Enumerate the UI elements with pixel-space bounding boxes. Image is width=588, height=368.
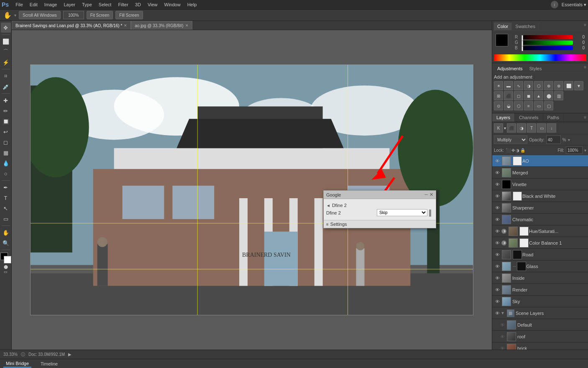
layer-item-default[interactable]: 👁 Default [492, 319, 588, 331]
menu-view[interactable]: View [144, 1, 161, 8]
layer-item-hue[interactable]: 👁 ◑ Hue/Saturati... [492, 225, 588, 237]
dodge-tool[interactable]: ○ [1, 169, 11, 179]
layer-vis-merged[interactable]: 👁 [494, 169, 501, 176]
adj-replace-icon[interactable]: ⬡ [514, 101, 523, 110]
tab-styles[interactable]: Styles [526, 65, 545, 72]
menu-image[interactable]: Image [41, 1, 61, 8]
color-panel-menu-icon[interactable]: ≡ [584, 23, 586, 30]
layer-vis-sharpener[interactable]: 👁 [494, 204, 501, 211]
quick-select-tool[interactable]: ⚡ [1, 57, 11, 67]
dfine-option-select[interactable]: Skip [377, 209, 427, 216]
layers-shape-filter[interactable]: ▭ [537, 123, 546, 133]
zoom-input[interactable] [63, 11, 84, 19]
adj-desaturate-icon[interactable]: ◒ [504, 101, 513, 110]
canvas-tab-ao[interactable]: ao.jpg @ 33.3% (RGB/8#) ✕ [131, 21, 192, 30]
layer-item-glass[interactable]: 👁 ··· Glass [492, 261, 588, 272]
menu-window[interactable]: Window [161, 1, 184, 8]
opacity-input[interactable] [546, 135, 561, 144]
adj-channelmixer-icon[interactable]: ⊞ [494, 91, 503, 100]
adj-panel-menu-icon[interactable]: ≡ [584, 65, 586, 72]
quick-mask-mode[interactable]: ⬤ [4, 265, 8, 269]
color-spectrum[interactable] [494, 54, 586, 61]
move-tool[interactable]: ✥ [1, 23, 11, 33]
layers-adjustment-filter[interactable]: ◑ [517, 123, 526, 133]
layers-kind-filter[interactable]: K [494, 123, 503, 133]
layers-type-filter[interactable]: T [527, 123, 536, 133]
layer-vis-vinette[interactable]: 👁 [494, 181, 501, 188]
adj-brightness-icon[interactable]: ☀ [494, 81, 503, 90]
history-brush-tool[interactable]: ↩ [1, 127, 11, 137]
layer-vis-brick[interactable]: 👁 [499, 345, 506, 350]
info-icon[interactable]: i [551, 1, 558, 8]
screen-mode[interactable]: ▭ [4, 270, 8, 274]
zoom-tool[interactable]: 🔍 [1, 238, 11, 248]
type-tool[interactable]: T [1, 193, 11, 203]
adj-vibrance-icon[interactable]: ⬡ [534, 81, 543, 90]
shape-tool[interactable]: ▭ [1, 214, 11, 224]
dfine-minimize-btn[interactable]: ─ [424, 192, 428, 197]
rectangle-select-tool[interactable]: ⬜ [1, 36, 11, 46]
layer-item-bw[interactable]: 👁 Black and White [492, 190, 588, 202]
layer-item-road[interactable]: 👁 Road [492, 249, 588, 261]
red-slider-track[interactable] [522, 35, 573, 39]
layers-pixel-filter[interactable]: ⬛ [507, 123, 516, 133]
background-color[interactable] [4, 256, 11, 263]
menu-type[interactable]: Type [79, 1, 95, 8]
menu-select[interactable]: Select [95, 1, 115, 8]
menu-layer[interactable]: Layer [60, 1, 79, 8]
adj-shadows-icon[interactable]: ⊙ [494, 101, 503, 110]
spot-healing-brush[interactable]: ✚ [1, 95, 11, 105]
tab-channels[interactable]: Channels [515, 113, 543, 122]
layer-vis-render[interactable]: 👁 [494, 286, 501, 293]
adj-bw-icon[interactable]: ⬜ [564, 81, 573, 90]
red-slider-thumb[interactable] [522, 35, 523, 41]
tab-timeline[interactable]: Timeline [38, 360, 60, 367]
layer-vis-default[interactable]: 👁 [499, 322, 506, 328]
status-arrow[interactable]: ▶ [68, 352, 72, 357]
adj-rect-icon[interactable]: ▭ [534, 101, 543, 110]
tab-color[interactable]: Color [494, 23, 512, 30]
adj-equalize-icon[interactable]: ≡ [524, 101, 533, 110]
layer-item-inside[interactable]: 👁 Inside [492, 272, 588, 284]
layer-vis-glass[interactable]: 👁 [494, 263, 501, 270]
lock-pixels-icon[interactable]: ⬛ [506, 148, 511, 153]
dfine-scroll-bar[interactable]: ▌ [429, 210, 433, 216]
eraser-tool[interactable]: ◻ [1, 137, 11, 147]
foreground-color-preview[interactable] [496, 34, 508, 46]
layer-item-render[interactable]: 👁 Render [492, 284, 588, 296]
workspace-label[interactable]: Essentials ▾ [562, 2, 586, 8]
layer-item-ao[interactable]: 👁 AO [492, 155, 588, 167]
canvas-tab-ao-close[interactable]: ✕ [185, 23, 189, 28]
layer-vis-sky[interactable]: 👁 [494, 298, 501, 305]
fill-input[interactable] [566, 146, 583, 154]
layer-item-colorbal[interactable]: 👁 ◑ Color Balance 1 [492, 237, 588, 249]
adj-threshold-icon[interactable]: ▲ [534, 91, 543, 100]
blue-slider-thumb[interactable] [522, 46, 523, 51]
clone-stamp-tool[interactable]: 🔲 [1, 116, 11, 126]
adj-levels-icon[interactable]: ▬ [504, 81, 513, 90]
canvas-image[interactable]: BRAINERD SAVIN [30, 64, 473, 315]
canvas-tab-main[interactable]: Brainerd Savings and Loan.psd @ 33.3% (A… [12, 21, 131, 30]
layers-panel-menu-icon[interactable]: ≡ [582, 113, 588, 122]
adj-selectivecolor-icon[interactable]: ⬤ [544, 91, 553, 100]
tab-layers[interactable]: Layers [492, 113, 515, 122]
layer-item-scene-layers[interactable]: 👁 ▼ ▦ Scene Layers [492, 307, 588, 319]
menu-edit[interactable]: Edit [26, 1, 41, 8]
adj-rounded-rect-icon[interactable]: ▢ [544, 101, 553, 110]
brush-tool[interactable]: ✏ [1, 106, 11, 116]
green-slider-track[interactable] [522, 41, 573, 45]
layer-vis-ao[interactable]: 👁 [494, 158, 501, 164]
dfine-close-btn[interactable]: ✕ [429, 192, 433, 197]
tab-adjustments[interactable]: Adjustments [494, 65, 526, 72]
adj-exposure-icon[interactable]: ◑ [524, 81, 533, 90]
menu-3d[interactable]: 3D [132, 1, 144, 8]
opacity-arrow[interactable]: ▾ [568, 138, 570, 142]
layer-item-roof[interactable]: 👁 roof [492, 331, 588, 342]
layer-item-vinette[interactable]: 👁 Vinette [492, 179, 588, 190]
blur-tool[interactable]: 💧 [1, 158, 11, 168]
lasso-tool[interactable]: ⌒ [1, 47, 11, 57]
menu-file[interactable]: File [12, 1, 26, 8]
scroll-all-windows-button[interactable]: Scroll All Windows [19, 11, 61, 19]
path-select-tool[interactable]: ↖ [1, 203, 11, 213]
layer-vis-bw[interactable]: 👁 [494, 193, 501, 199]
